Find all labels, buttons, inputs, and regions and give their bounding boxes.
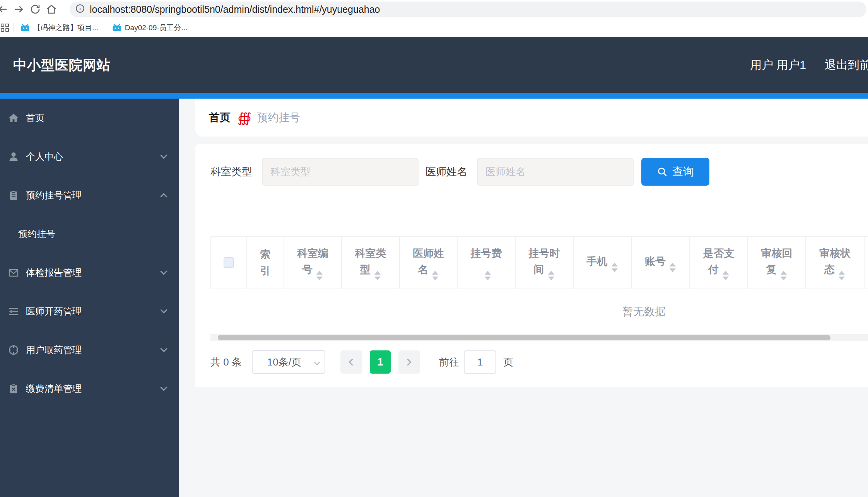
back-icon[interactable] <box>0 1 11 17</box>
site-info-icon[interactable] <box>75 3 85 15</box>
sidebar-item-label: 体检报告管理 <box>26 266 82 279</box>
search-button[interactable]: 查询 <box>641 158 709 186</box>
home-button-icon[interactable] <box>43 1 60 17</box>
chevron-down-icon <box>314 359 320 365</box>
column-label: 科室编号 <box>297 248 328 275</box>
app-title: 中小型医院网站 <box>13 56 111 74</box>
column-label: 审核回复 <box>761 248 793 275</box>
column-header-doctor-name[interactable]: 医师姓名 <box>400 237 458 289</box>
sidebar-item-payment-list[interactable]: 缴费清单管理 <box>0 369 179 408</box>
clipboard-icon <box>8 190 19 201</box>
sidebar-subitem-label: 预约挂号 <box>18 228 55 240</box>
column-header-phone[interactable]: 手机 <box>574 237 632 289</box>
sidebar-item-profile[interactable]: 个人中心 <box>0 137 179 176</box>
column-label: 账号 <box>645 256 666 267</box>
logout-link[interactable]: 退出到前台 <box>825 57 868 73</box>
column-header-time[interactable]: 挂号时间 <box>516 237 574 289</box>
bilibili-icon <box>112 24 121 32</box>
page-size-select[interactable]: 10条/页 <box>252 350 325 374</box>
select-all-cell <box>211 237 247 289</box>
column-header-dept-type[interactable]: 科室类型 <box>342 237 400 289</box>
page-size-value: 10条/页 <box>267 355 301 369</box>
breadcrumb: 首页 ∰ 预约挂号 <box>195 99 868 137</box>
sort-carets-icon[interactable] <box>781 271 788 280</box>
column-header-account[interactable]: 账号 <box>632 237 690 289</box>
sort-carets-icon[interactable] <box>612 263 619 272</box>
apps-grid-icon[interactable] <box>1 24 9 32</box>
column-header-partial <box>865 237 868 289</box>
goto-label: 前往 <box>439 355 459 369</box>
mail-icon <box>8 267 19 278</box>
select-all-checkbox[interactable] <box>224 257 234 268</box>
column-label: 审核状态 <box>819 248 851 275</box>
column-header-paid[interactable]: 是否支付 <box>690 237 748 289</box>
sort-carets-icon[interactable] <box>374 271 381 280</box>
sort-carets-icon[interactable] <box>839 271 846 280</box>
sort-carets-icon[interactable] <box>316 271 323 280</box>
divider <box>14 23 14 32</box>
empty-data-text: 暂无数据 <box>622 304 666 319</box>
column-header-dept-no[interactable]: 科室编号 <box>284 237 342 289</box>
browser-chrome: localhost:8080/springbootil5n0/admin/dis… <box>0 0 868 37</box>
address-bar[interactable]: localhost:8080/springbootil5n0/admin/dis… <box>70 2 866 17</box>
reload-icon[interactable] <box>27 1 43 17</box>
breadcrumb-home[interactable]: 首页 <box>209 110 231 125</box>
scrollbar-thumb[interactable] <box>218 335 830 340</box>
forward-icon[interactable] <box>11 1 27 17</box>
current-user[interactable]: 用户 用户1 <box>750 57 806 73</box>
sort-carets-icon[interactable] <box>485 271 492 280</box>
sidebar-item-exam-report[interactable]: 体检报告管理 <box>0 253 179 292</box>
doctor-name-input[interactable] <box>477 158 634 186</box>
header-right: 用户 用户1 退出到前台 <box>750 57 868 73</box>
screen: localhost:8080/springbootil5n0/admin/dis… <box>0 0 868 497</box>
user-icon <box>8 151 19 162</box>
column-header-index: 索引 <box>247 237 284 289</box>
breadcrumb-separator-icon: ∰ <box>238 110 251 125</box>
browser-toolbar: localhost:8080/springbootil5n0/admin/dis… <box>0 0 868 19</box>
sidebar-item-medicine-pickup[interactable]: 用户取药管理 <box>0 331 179 369</box>
sidebar-item-prescription[interactable]: 医师开药管理 <box>0 292 179 331</box>
sort-carets-icon[interactable] <box>432 271 439 280</box>
chevron-down-icon <box>160 345 167 352</box>
total-count: 共 0 条 <box>210 355 242 369</box>
column-header-fee[interactable]: 挂号费 <box>458 237 516 289</box>
breadcrumb-current: 预约挂号 <box>257 110 300 125</box>
page-suffix-label: 页 <box>503 355 513 369</box>
bookmark-item[interactable]: 【码神之路】项目... <box>21 23 98 33</box>
column-header-review-status[interactable]: 审核状态 <box>806 237 865 289</box>
dept-type-label: 科室类型 <box>210 165 252 179</box>
bookmarks-bar: 【码神之路】项目... Day02-09-员工分... <box>0 19 868 37</box>
data-table: 索引 科室编号 科室类型 医师姓名 挂号费 <box>210 236 868 341</box>
page-number-current[interactable]: 1 <box>370 350 391 374</box>
sidebar-item-label: 首页 <box>26 112 44 124</box>
sort-carets-icon[interactable] <box>723 271 730 280</box>
sidebar-item-registration[interactable]: 预约挂号管理 <box>0 176 179 215</box>
compass-icon <box>8 344 19 356</box>
sidebar-item-label: 缴费清单管理 <box>26 383 82 395</box>
chevron-up-icon <box>160 193 167 200</box>
sidebar-subitem-yuyueguahao[interactable]: 预约挂号 <box>0 215 179 253</box>
bookmark-item[interactable]: Day02-09-员工分... <box>112 23 188 33</box>
goto-page-input[interactable] <box>464 350 496 374</box>
search-button-label: 查询 <box>672 164 694 179</box>
bilibili-icon <box>21 24 30 32</box>
sidebar-item-label: 医师开药管理 <box>26 305 82 318</box>
sort-carets-icon[interactable] <box>670 263 677 272</box>
column-label: 手机 <box>587 256 608 267</box>
doctor-name-label: 医师姓名 <box>425 165 467 179</box>
sort-carets-icon[interactable] <box>548 271 555 280</box>
chevron-left-icon <box>349 359 356 365</box>
app-header: 中小型医院网站 用户 用户1 退出到前台 <box>0 37 868 93</box>
table-header-row: 索引 科室编号 科室类型 医师姓名 挂号费 <box>210 236 868 289</box>
next-page-button[interactable] <box>398 350 420 374</box>
dept-type-input[interactable] <box>262 158 419 186</box>
chevron-down-icon <box>160 152 167 159</box>
accent-bar <box>0 93 868 99</box>
column-header-review-reply[interactable]: 审核回复 <box>748 237 806 289</box>
clipboard-x-icon <box>8 383 19 395</box>
table-body: 暂无数据 <box>210 289 868 334</box>
prev-page-button[interactable] <box>340 350 362 374</box>
horizontal-scrollbar[interactable] <box>210 334 868 341</box>
url-text[interactable]: localhost:8080/springbootil5n0/admin/dis… <box>90 4 380 15</box>
sidebar-item-home[interactable]: 首页 <box>0 99 179 137</box>
